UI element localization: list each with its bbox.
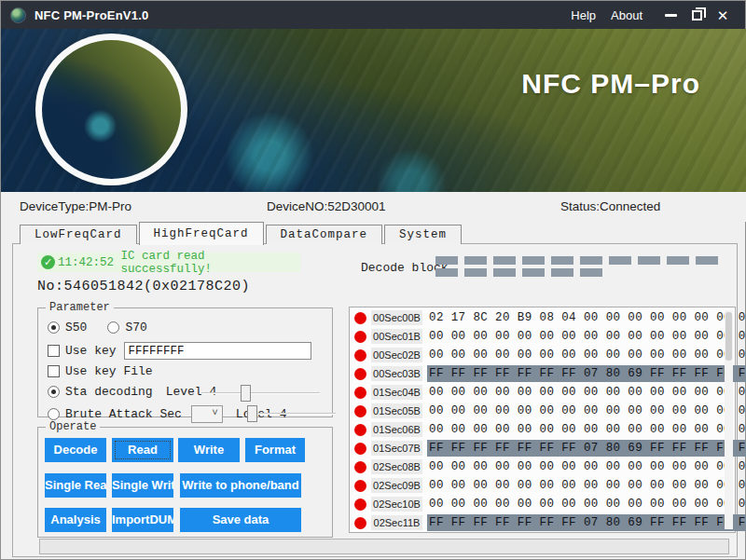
radio-s50-label: S50 — [65, 321, 87, 335]
record-dot-icon — [354, 461, 366, 473]
hex-row[interactable]: 01Sec05B00 00 00 00 00 00 00 00 00 00 00… — [354, 402, 735, 420]
app-title: NFC PM-ProEnV1.0 — [35, 8, 148, 22]
single-read-button[interactable]: Single Read — [45, 473, 106, 498]
operate-group: Operate Decode Read Write Format Single … — [37, 427, 333, 538]
sta-level-slider[interactable] — [201, 385, 320, 402]
minimize-button[interactable] — [657, 5, 684, 25]
use-key-file-checkbox[interactable] — [48, 365, 60, 377]
slider-thumb[interactable] — [241, 385, 251, 402]
read-button[interactable]: Read — [112, 438, 173, 462]
about-menu[interactable]: About — [611, 8, 642, 22]
decode-block-cell — [435, 256, 458, 265]
sta-decoding-row: Sta decoding Level 4 — [48, 385, 327, 399]
hex-dump-table: 00Sec00B02 17 8C 20 B9 08 04 00 00 00 00… — [349, 307, 736, 533]
sector-combobox[interactable] — [191, 405, 223, 423]
close-button[interactable]: ✕ — [710, 5, 736, 25]
decode-block-cell — [580, 268, 602, 277]
hex-row-bytes: 00 00 00 00 00 00 00 00 00 00 00 00 00 0… — [427, 421, 746, 438]
save-data-button[interactable]: Save data — [180, 508, 301, 532]
hex-row[interactable]: 00Sec01B00 00 00 00 00 00 00 00 00 00 00… — [354, 327, 735, 346]
hex-row[interactable]: 00Sec02B00 00 00 00 00 00 00 00 00 00 00… — [354, 346, 735, 364]
app-icon — [10, 7, 26, 23]
use-key-label: Use key — [65, 344, 117, 358]
hex-row-bytes: 00 00 00 00 00 00 00 00 00 00 00 00 00 0… — [427, 328, 746, 345]
brute-level-slider[interactable] — [245, 405, 336, 422]
hex-row[interactable]: 02Sec10B00 00 00 00 00 00 00 00 00 00 00… — [354, 495, 735, 513]
operate-legend: Operate — [46, 420, 100, 433]
slider-thumb[interactable] — [247, 405, 257, 422]
maximize-button[interactable] — [684, 5, 710, 25]
maximize-icon — [692, 10, 702, 20]
hex-row-bytes: 00 00 00 00 00 00 00 00 00 00 00 00 00 0… — [427, 403, 746, 419]
status-message: ✓ 11:42:52 IC card read successfully! — [37, 253, 300, 272]
hex-row-label: 02Sec11B — [371, 515, 422, 530]
tab-highfreqcard[interactable]: HighFreqCard — [139, 222, 264, 245]
format-button[interactable]: Format — [245, 438, 305, 462]
hex-rows: 00Sec00B02 17 8C 20 B9 08 04 00 00 00 00… — [354, 308, 735, 532]
highfreqcard-panel: ✓ 11:42:52 IC card read successfully! No… — [12, 243, 738, 557]
decode-block-cell — [551, 268, 573, 277]
decode-block-cell — [522, 256, 545, 265]
hex-row[interactable]: 02Sec08B00 00 00 00 00 00 00 00 00 00 00… — [354, 458, 735, 476]
titlebar: NFC PM-ProEnV1.0 Help About ✕ — [1, 1, 745, 29]
hex-row[interactable]: 00Sec00B02 17 8C 20 B9 08 04 00 00 00 00… — [354, 308, 735, 327]
decode-block-cell — [696, 256, 718, 265]
hex-row-label: 02Sec10B — [371, 497, 422, 512]
hex-row-label: 02Sec08B — [371, 459, 422, 474]
decode-block-cell — [522, 268, 545, 277]
slider-track — [201, 392, 320, 394]
hex-row[interactable]: 01Sec07BFF FF FF FF FF FF FF 07 80 69 FF… — [354, 439, 735, 458]
slider-track — [245, 413, 336, 415]
write-button[interactable]: Write — [178, 438, 240, 462]
hex-row[interactable]: 01Sec04B00 00 00 00 00 00 00 00 00 00 00… — [354, 383, 735, 402]
hex-row[interactable]: 00Sec03BFF FF FF FF FF FF FF 07 80 69 FF… — [354, 364, 735, 383]
decode-block-cell — [493, 256, 516, 265]
radio-brute-attack[interactable] — [48, 408, 60, 420]
record-dot-icon — [354, 368, 366, 380]
hex-row[interactable]: 01Sec06B00 00 00 00 00 00 00 00 00 00 00… — [354, 420, 735, 439]
import-dump-button[interactable]: ImportDUM — [112, 508, 173, 532]
help-menu[interactable]: Help — [571, 8, 596, 22]
use-key-row: Use key — [48, 342, 311, 360]
record-dot-icon — [354, 331, 366, 343]
hex-row[interactable]: 02Sec11BFF FF FF FF FF FF FF 07 80 69 FF… — [354, 513, 735, 532]
decode-button[interactable]: Decode — [45, 438, 106, 462]
decode-block-indicator — [435, 256, 726, 280]
write-to-phone-band-button[interactable]: Write to phone/band — [180, 473, 301, 498]
decode-block-cell — [580, 256, 602, 265]
use-key-file-label: Use key File — [65, 364, 153, 378]
single-write-button[interactable]: Single Write — [112, 473, 173, 498]
record-dot-icon — [354, 312, 366, 324]
key-input[interactable] — [124, 342, 311, 360]
hex-row-label: 01Sec04B — [371, 385, 422, 400]
scrollbar-thumb[interactable] — [725, 312, 732, 361]
tab-lowfreqcard[interactable]: LowFreqCard — [20, 225, 137, 244]
tab-datacompare[interactable]: DataCompare — [266, 225, 383, 244]
hex-row-bytes: 00 00 00 00 00 00 00 00 00 00 00 00 00 0… — [427, 347, 746, 363]
parameter-group: Parameter S50 S70 Use key Use key File S… — [37, 307, 333, 417]
hex-row-bytes: FF FF FF FF FF FF FF 07 80 69 FF FF FF F… — [427, 440, 746, 457]
record-dot-icon — [354, 424, 366, 436]
tab-system[interactable]: System — [384, 225, 462, 244]
record-dot-icon — [354, 405, 366, 417]
brute-attack-label: Brute Attack Sec — [65, 407, 182, 421]
hex-row-label: 01Sec05B — [371, 403, 422, 418]
record-dot-icon — [354, 517, 366, 529]
hex-row[interactable]: 02Sec09B00 00 00 00 00 00 00 00 00 00 00… — [354, 476, 735, 495]
analysis-button[interactable]: Analysis — [45, 508, 106, 532]
radio-s70[interactable] — [107, 321, 119, 334]
radio-sta-decoding[interactable] — [48, 386, 60, 398]
record-dot-icon — [354, 499, 366, 511]
progress-bar — [39, 539, 729, 554]
hex-row-bytes: 00 00 00 00 00 00 00 00 00 00 00 00 00 0… — [427, 384, 746, 401]
use-key-file-row: Use key File — [48, 364, 153, 378]
device-status: Status:Connected — [560, 192, 660, 222]
record-dot-icon — [354, 480, 366, 492]
decode-block-cell — [464, 268, 487, 277]
decode-block-cell — [667, 256, 689, 265]
decode-block-cell — [464, 256, 487, 265]
hex-row-label: 01Sec06B — [371, 422, 422, 437]
use-key-checkbox[interactable] — [48, 345, 60, 357]
radio-s50[interactable] — [48, 321, 60, 334]
hex-table-scrollbar[interactable] — [725, 310, 733, 529]
